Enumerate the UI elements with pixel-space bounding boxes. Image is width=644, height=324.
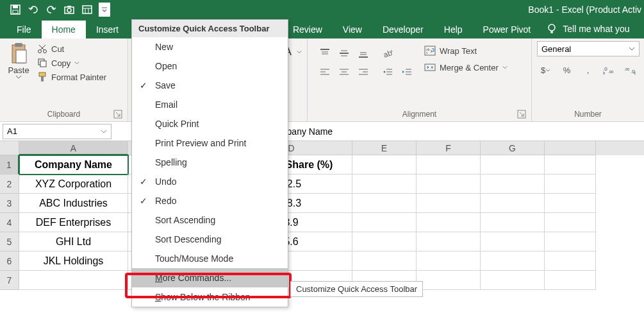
row-header-2[interactable]: 2 bbox=[0, 175, 19, 194]
dialog-launcher-icon[interactable] bbox=[517, 110, 526, 119]
decrease-indent-icon[interactable] bbox=[379, 64, 396, 81]
name-box[interactable]: A1 bbox=[3, 124, 111, 139]
cell-h4[interactable] bbox=[545, 213, 596, 232]
cell-f7[interactable] bbox=[417, 271, 481, 290]
cell-f4[interactable] bbox=[417, 213, 481, 232]
qat-menu-item[interactable]: Quick Print bbox=[132, 114, 288, 133]
qat-menu-show-below[interactable]: Show Below the Ribbon bbox=[132, 287, 288, 307]
cell-f2[interactable] bbox=[417, 175, 481, 194]
dialog-launcher-icon[interactable] bbox=[113, 110, 122, 119]
cell-g3[interactable] bbox=[481, 194, 545, 213]
cell-e3[interactable] bbox=[352, 194, 417, 213]
undo-icon[interactable] bbox=[26, 2, 41, 17]
cell-e4[interactable] bbox=[352, 213, 417, 232]
qat-menu-item[interactable]: Email bbox=[132, 95, 288, 114]
tab-review[interactable]: Review bbox=[283, 21, 333, 38]
merge-center-button[interactable]: Merge & Center bbox=[424, 62, 508, 73]
cell-a1[interactable]: Company Name bbox=[19, 155, 128, 175]
qat-menu-item[interactable]: Touch/Mouse Mode bbox=[132, 249, 288, 268]
qat-menu-item[interactable]: Open bbox=[132, 56, 288, 76]
qat-menu-item[interactable]: New bbox=[132, 37, 288, 56]
align-middle-icon[interactable] bbox=[336, 45, 352, 62]
comma-button[interactable]: , bbox=[579, 62, 597, 78]
row-header-7[interactable]: 7 bbox=[0, 271, 19, 290]
cell-h3[interactable] bbox=[545, 194, 596, 213]
select-all-corner[interactable] bbox=[0, 141, 19, 155]
align-center-icon[interactable] bbox=[336, 64, 352, 81]
qat-menu-item[interactable]: ✓Redo bbox=[132, 191, 288, 210]
cell-e6[interactable] bbox=[352, 252, 417, 271]
cell-g2[interactable] bbox=[481, 175, 545, 194]
cell-g4[interactable] bbox=[481, 213, 545, 232]
orientation-icon[interactable]: ab bbox=[379, 45, 396, 62]
cut-button[interactable]: Cut bbox=[37, 44, 106, 54]
cell-f6[interactable] bbox=[417, 252, 481, 271]
tab-home[interactable]: Home bbox=[42, 21, 86, 38]
cell-a6[interactable]: JKL Holdings bbox=[19, 252, 128, 271]
col-header-e[interactable]: E bbox=[352, 141, 417, 155]
qat-menu-more-commands[interactable]: More Commands... bbox=[132, 268, 288, 287]
cell-h5[interactable] bbox=[545, 232, 596, 252]
cell-a7[interactable] bbox=[19, 271, 128, 290]
tab-developer[interactable]: Developer bbox=[372, 21, 434, 38]
cell-a5[interactable]: GHI Ltd bbox=[19, 232, 128, 252]
qat-customize-button[interactable] bbox=[99, 3, 110, 17]
cell-g1[interactable] bbox=[481, 155, 545, 175]
row-header-4[interactable]: 4 bbox=[0, 213, 19, 232]
format-painter-button[interactable]: Format Painter bbox=[37, 72, 106, 82]
row-header-6[interactable]: 6 bbox=[0, 252, 19, 271]
qat-menu-item[interactable]: Spelling bbox=[132, 153, 288, 172]
align-right-icon[interactable] bbox=[355, 64, 372, 81]
cell-h6[interactable] bbox=[545, 252, 596, 271]
wrap-text-button[interactable]: abc Wrap Text bbox=[424, 45, 508, 56]
increase-indent-icon[interactable] bbox=[399, 64, 415, 81]
cell-e2[interactable] bbox=[352, 175, 417, 194]
cell-a2[interactable]: XYZ Corporation bbox=[19, 175, 128, 194]
number-format-select[interactable]: General bbox=[537, 41, 640, 56]
cell-g6[interactable] bbox=[481, 252, 545, 271]
cell-h7[interactable] bbox=[545, 271, 596, 290]
col-header-h[interactable] bbox=[545, 141, 596, 155]
qat-menu-item[interactable]: ✓Undo bbox=[132, 172, 288, 191]
row-header-5[interactable]: 5 bbox=[0, 232, 19, 252]
col-header-a[interactable]: A bbox=[19, 141, 128, 155]
currency-button[interactable]: $ bbox=[537, 62, 554, 78]
cell-f1[interactable] bbox=[417, 155, 481, 175]
cell-f3[interactable] bbox=[417, 194, 481, 213]
cell-f5[interactable] bbox=[417, 232, 481, 252]
save-icon[interactable] bbox=[8, 2, 23, 17]
percent-button[interactable]: % bbox=[558, 62, 575, 78]
cell-a3[interactable]: ABC Industries bbox=[19, 194, 128, 213]
cell-h2[interactable] bbox=[545, 175, 596, 194]
row-header-3[interactable]: 3 bbox=[0, 194, 19, 213]
row-header-1[interactable]: 1 bbox=[0, 155, 19, 175]
qat-menu-item[interactable]: Print Preview and Print bbox=[132, 133, 288, 153]
tab-view[interactable]: View bbox=[333, 21, 372, 38]
align-top-icon[interactable] bbox=[317, 45, 333, 62]
calendar-icon[interactable] bbox=[79, 2, 95, 17]
tab-power-pivot[interactable]: Power Pivot bbox=[473, 21, 541, 38]
cell-a4[interactable]: DEF Enterprises bbox=[19, 213, 128, 232]
qat-menu-item[interactable]: Sort Ascending bbox=[132, 210, 288, 230]
align-left-icon[interactable] bbox=[317, 64, 333, 81]
redo-icon[interactable] bbox=[44, 2, 59, 17]
tab-help[interactable]: Help bbox=[434, 21, 473, 38]
col-header-f[interactable]: F bbox=[417, 141, 481, 155]
paste-button[interactable]: Paste bbox=[5, 41, 32, 108]
qat-menu-item[interactable]: ✓Save bbox=[132, 76, 288, 95]
camera-icon[interactable] bbox=[62, 2, 77, 17]
tab-insert[interactable]: Insert bbox=[86, 21, 129, 38]
cell-e1[interactable] bbox=[352, 155, 417, 175]
qat-menu-item[interactable]: Sort Descending bbox=[132, 230, 288, 249]
decrease-decimal-button[interactable]: .00.0 bbox=[622, 62, 639, 78]
tell-me[interactable]: Tell me what you bbox=[541, 19, 634, 38]
cell-g5[interactable] bbox=[481, 232, 545, 252]
col-header-g[interactable]: G bbox=[481, 141, 545, 155]
align-bottom-icon[interactable] bbox=[355, 45, 372, 62]
cell-e5[interactable] bbox=[352, 232, 417, 252]
cell-h1[interactable] bbox=[545, 155, 596, 175]
copy-button[interactable]: Copy bbox=[37, 58, 106, 68]
cell-g7[interactable] bbox=[481, 271, 545, 290]
increase-decimal-button[interactable]: .0.00 bbox=[600, 62, 618, 78]
tab-file[interactable]: File bbox=[6, 21, 42, 38]
